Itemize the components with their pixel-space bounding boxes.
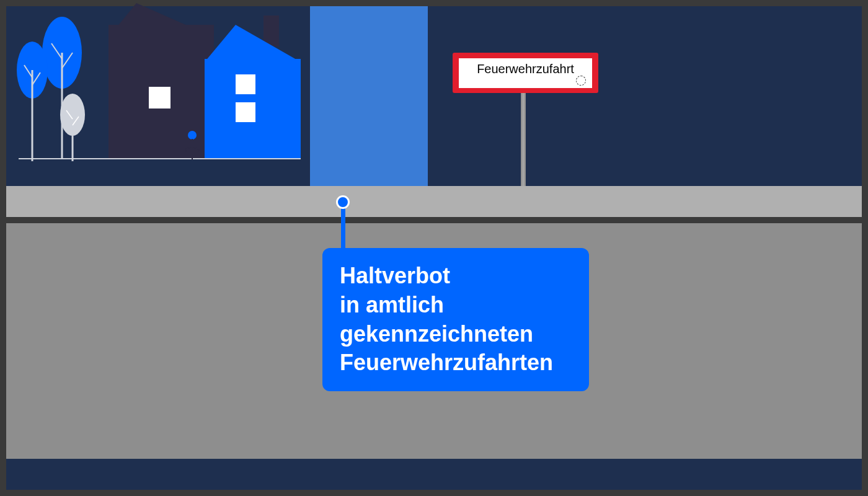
callout-connector (341, 205, 345, 251)
sign-label: Feuerwehrzufahrt (477, 62, 574, 76)
window-icon (236, 102, 255, 122)
seal-icon (576, 76, 586, 86)
diagram-frame: Feuerwehrzufahrt Haltverbot in amtlich g… (6, 6, 862, 490)
bottom-strip (6, 459, 862, 490)
tree-icon (59, 93, 87, 164)
blue-house (205, 59, 301, 158)
flower-icon (183, 130, 202, 162)
tree-icon (16, 40, 50, 164)
ground-line (19, 158, 301, 159)
sign-post (521, 87, 526, 186)
callout-text: Feuerwehrzufahrten (340, 348, 572, 378)
blue-house-roof (205, 25, 301, 62)
callout-dot-icon (336, 195, 350, 209)
callout-text: gekennzeichneten (340, 320, 572, 349)
window-icon (149, 87, 170, 108)
callout-text: Haltverbot (340, 262, 572, 291)
road-divider (6, 217, 862, 223)
sign-inner: Feuerwehrzufahrt (459, 58, 592, 88)
fire-lane-area (310, 6, 428, 186)
fire-access-sign: Feuerwehrzufahrt (453, 53, 598, 93)
sidewalk (6, 186, 862, 217)
callout-box: Haltverbot in amtlich gekennzeichneten F… (322, 248, 589, 391)
window-icon (236, 74, 255, 94)
svg-point-12 (188, 131, 197, 140)
callout-text: in amtlich (340, 291, 572, 320)
